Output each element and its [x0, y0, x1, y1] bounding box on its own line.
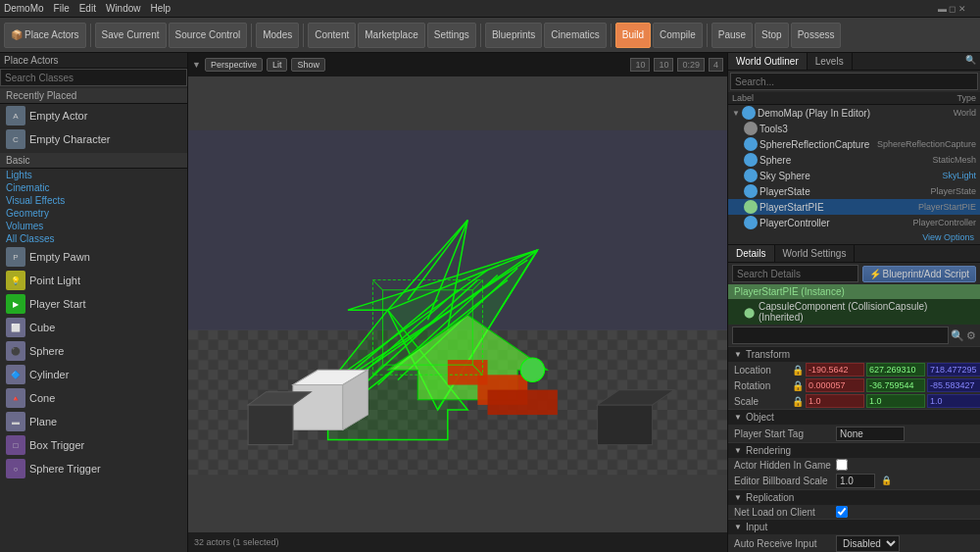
- category-all-classes[interactable]: All Classes: [0, 232, 187, 245]
- cone-label: Cone: [29, 392, 55, 404]
- location-z-input[interactable]: [927, 363, 980, 376]
- search-details-input[interactable]: [732, 265, 858, 282]
- save-button[interactable]: Save Current: [95, 23, 167, 48]
- tab-levels[interactable]: Levels: [808, 53, 853, 70]
- panel-item-point-light[interactable]: 💡 Point Light: [0, 269, 187, 292]
- category-volumes[interactable]: Volumes: [0, 220, 187, 232]
- menu-edit[interactable]: Edit: [79, 3, 96, 14]
- build-button[interactable]: Build: [615, 23, 651, 48]
- box-trigger-label: Box Trigger: [29, 439, 84, 451]
- rendering-section-header[interactable]: Rendering: [728, 442, 980, 458]
- modes-button[interactable]: Modes: [256, 23, 299, 48]
- rotation-y-input[interactable]: [866, 378, 925, 392]
- sky-sphere-type[interactable]: SkyLight: [942, 171, 976, 180]
- scale-z-input[interactable]: [927, 394, 980, 408]
- tab-world-outliner[interactable]: World Outliner: [728, 53, 808, 70]
- svg-marker-32: [248, 392, 311, 405]
- rotation-z-input[interactable]: [927, 378, 980, 392]
- panel-item-empty-character[interactable]: C Empty Character: [0, 127, 187, 151]
- tab-world-settings[interactable]: World Settings: [775, 245, 856, 262]
- outliner-item-player-start-pie[interactable]: PlayerStartPIE PlayerStartPIE: [728, 199, 980, 215]
- location-x-input[interactable]: [806, 363, 864, 376]
- toolbar-separator-4: [480, 24, 481, 47]
- blueprint-add-script-button[interactable]: ⚡ Blueprint/Add Script: [862, 266, 976, 282]
- toolbar-separator-3: [303, 24, 304, 47]
- menu-file[interactable]: File: [54, 3, 70, 14]
- billboard-scale-input[interactable]: [836, 474, 875, 488]
- outliner-item-demomap[interactable]: ▼ DemoMap (Play In Editor) World: [728, 105, 980, 121]
- hidden-in-game-checkbox[interactable]: [836, 459, 848, 471]
- source-control-button[interactable]: Source Control: [169, 23, 248, 48]
- panel-item-sphere-trigger[interactable]: ○ Sphere Trigger: [0, 457, 187, 480]
- player-start-tag-input[interactable]: [836, 427, 905, 441]
- show-button[interactable]: Show: [291, 58, 325, 72]
- perspective-button[interactable]: Perspective: [205, 58, 263, 72]
- panel-item-box-trigger[interactable]: □ Box Trigger: [0, 433, 187, 457]
- outliner-item-sphere-reflection[interactable]: SphereReflectionCapture SphereReflection…: [728, 136, 980, 152]
- replication-section-header[interactable]: Replication: [728, 489, 980, 505]
- possess-button[interactable]: Possess: [791, 23, 842, 48]
- panel-item-cone[interactable]: 🔺 Cone: [0, 386, 187, 410]
- outliner-search-icon[interactable]: 🔍: [961, 53, 980, 70]
- outliner-item-player-controller[interactable]: PlayerController PlayerController: [728, 215, 980, 230]
- content-button[interactable]: Content: [308, 23, 356, 48]
- category-geometry[interactable]: Geometry: [0, 207, 187, 220]
- net-load-checkbox[interactable]: [836, 506, 848, 518]
- outliner-item-player-state[interactable]: PlayerState PlayerState: [728, 183, 980, 199]
- panel-item-sphere[interactable]: ⚫ Sphere: [0, 339, 187, 363]
- blueprints-button[interactable]: Blueprints: [485, 23, 542, 48]
- rotation-x-input[interactable]: [806, 378, 864, 392]
- empty-pawn-label: Empty Pawn: [29, 251, 90, 263]
- panel-item-player-start[interactable]: ▶ Player Start: [0, 292, 187, 316]
- panel-item-cube[interactable]: ⬜ Cube: [0, 316, 187, 339]
- search-classes-input[interactable]: [0, 69, 187, 86]
- input-section-header[interactable]: Input: [728, 519, 980, 534]
- capsule-component-item[interactable]: ⬤ CapsuleComponent (CollisionCapsule) (I…: [728, 299, 980, 325]
- net-load-row: Net Load on Client: [728, 505, 980, 519]
- location-lock-icon[interactable]: 🔒: [792, 365, 804, 376]
- menu-window[interactable]: Window: [106, 3, 141, 14]
- main-layout: Place Actors Recently Placed A Empty Act…: [0, 53, 980, 552]
- details-options-icon[interactable]: ⚙: [966, 329, 976, 342]
- object-section-header[interactable]: Object: [728, 409, 980, 425]
- place-actors-button[interactable]: 📦 Place Actors: [4, 23, 86, 48]
- outliner-item-sky-sphere[interactable]: Sky Sphere SkyLight: [728, 168, 980, 183]
- scale-lock-icon[interactable]: 🔒: [792, 396, 804, 407]
- auto-receive-select[interactable]: Disabled: [836, 535, 900, 552]
- lit-button[interactable]: Lit: [267, 58, 288, 72]
- empty-actor-icon: A: [6, 106, 25, 125]
- outliner-item-tools3[interactable]: Tools3: [728, 121, 980, 136]
- cinematics-button[interactable]: Cinematics: [544, 23, 606, 48]
- panel-item-empty-pawn[interactable]: P Empty Pawn: [0, 245, 187, 269]
- scale-x-input[interactable]: [806, 394, 864, 408]
- blueprint-row: ⚡ Blueprint/Add Script: [728, 263, 980, 284]
- tab-details[interactable]: Details: [728, 245, 775, 262]
- svg-line-9: [308, 250, 537, 410]
- menu-help[interactable]: Help: [151, 3, 172, 14]
- panel-item-plane[interactable]: ▬ Plane: [0, 410, 187, 433]
- settings-button[interactable]: Settings: [427, 23, 476, 48]
- compile-button[interactable]: Compile: [653, 23, 703, 48]
- stop-button[interactable]: Stop: [755, 23, 789, 48]
- category-lights[interactable]: Lights: [0, 169, 187, 181]
- pause-button[interactable]: Pause: [711, 23, 753, 48]
- scale-y-input[interactable]: [866, 394, 925, 408]
- svg-line-21: [358, 280, 477, 390]
- panel-item-empty-actor[interactable]: A Empty Actor: [0, 104, 187, 127]
- details-search-icon[interactable]: 🔍: [951, 329, 964, 342]
- svg-line-16: [427, 220, 467, 320]
- rotation-lock-icon[interactable]: 🔒: [792, 380, 804, 391]
- billboard-lock-icon[interactable]: 🔒: [881, 476, 892, 485]
- marketplace-button[interactable]: Marketplace: [358, 23, 424, 48]
- player-start-label: Player Start: [29, 298, 85, 310]
- panel-item-cylinder[interactable]: 🔷 Cylinder: [0, 363, 187, 386]
- outliner-item-sphere[interactable]: Sphere StaticMesh: [728, 152, 980, 168]
- view-options-link[interactable]: View Options: [728, 230, 980, 244]
- outliner-search-input[interactable]: [730, 73, 978, 90]
- category-visual-effects[interactable]: Visual Effects: [0, 194, 187, 207]
- viewport[interactable]: ▼ Perspective Lit Show 10 10 0:29 4: [188, 53, 727, 552]
- category-cinematic[interactable]: Cinematic: [0, 181, 187, 194]
- location-y-input[interactable]: [866, 363, 925, 376]
- details-filter-input[interactable]: [732, 326, 949, 344]
- transform-section-header[interactable]: Transform: [728, 346, 980, 362]
